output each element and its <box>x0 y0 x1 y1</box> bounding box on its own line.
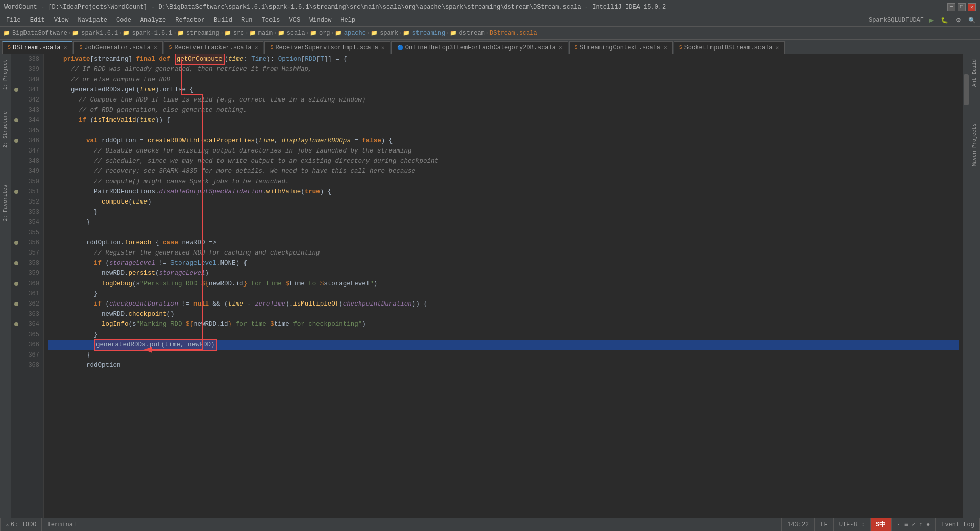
terminal-label: Terminal <box>47 521 77 528</box>
event-log[interactable]: Event Log <box>936 518 980 531</box>
menu-navigate[interactable]: Navigate <box>74 16 111 25</box>
maven-label[interactable]: Maven Projects <box>971 120 978 169</box>
code-line-364: logInfo(s"Marking RDD ${newRDD.id} for t… <box>48 319 959 330</box>
tab-dstream[interactable]: S DStream.scala ✕ <box>2 41 72 54</box>
tab-close-jobgenerator[interactable]: ✕ <box>154 44 157 51</box>
code-line-354: } <box>48 217 959 227</box>
scrollbar-thumb[interactable] <box>964 74 969 105</box>
menu-run[interactable]: Run <box>237 16 257 25</box>
window-controls: ─ □ ✕ <box>947 3 976 11</box>
breadcrumb-item-spark[interactable]: 📁 spark <box>371 30 398 37</box>
code-line-338: private[streaming] final def getOrComput… <box>48 54 959 64</box>
menu-build[interactable]: Build <box>210 16 236 25</box>
terminal-status[interactable]: Terminal <box>42 518 82 531</box>
folder-icon: 📁 <box>249 30 256 36</box>
breadcrumb-item-src[interactable]: 📁 src <box>224 30 244 37</box>
debug-button[interactable]: 🐛 <box>939 16 950 24</box>
tab-label-jobgenerator: JobGenerator.scala <box>84 44 151 52</box>
ant-build-label[interactable]: Ant Build <box>971 56 978 90</box>
code-line-368: rddOption <box>48 360 959 370</box>
code-line-367: } <box>48 350 959 360</box>
tab-close-dstream[interactable]: ✕ <box>64 44 67 51</box>
tab-close-receivertracker[interactable]: ✕ <box>255 44 258 51</box>
scrollbar-track[interactable] <box>963 54 969 518</box>
cursor-position: 143:22 <box>781 518 815 531</box>
code-line-363: newRDD.checkpoint() <box>48 309 959 319</box>
code-editor: 338 339 340 341 342 343 344 345 346 347 … <box>11 54 980 518</box>
folder-icon: 📁 <box>450 30 457 36</box>
breadcrumb-bar: 📁 BigDataSoftware › 📁 spark1.6.1 › 📁 spa… <box>0 27 980 40</box>
todo-label: 6: TODO <box>11 521 36 528</box>
structure-label[interactable]: 2: Structure <box>2 108 9 151</box>
tab-close-receiversupervisor[interactable]: ✕ <box>381 44 385 51</box>
favorites-label[interactable]: 2: Favorites <box>2 182 9 224</box>
breadcrumb-item-spark161[interactable]: 📁 spark1.6.1 <box>72 30 118 37</box>
folder-icon: 📁 <box>177 30 184 36</box>
event-log-text: Event Log <box>941 521 974 528</box>
todo-status[interactable]: ⚠ 6: TODO <box>0 518 42 531</box>
encoding-text: UTF-8 : <box>839 521 865 528</box>
code-content[interactable]: private[streaming] final def getOrComput… <box>44 54 963 518</box>
project-sidebar: 1: Project 2: Structure 2: Favorites <box>0 54 11 518</box>
settings-button[interactable]: ⚙ <box>953 16 963 24</box>
todo-icon: ⚠ <box>6 522 9 528</box>
breadcrumb-item-streaming2[interactable]: 📁 streaming <box>403 30 445 37</box>
menu-vcs[interactable]: VCS <box>285 16 305 25</box>
folder-icon: 📁 <box>122 30 130 36</box>
breadcrumb-item-main[interactable]: 📁 main <box>249 30 273 37</box>
search-everywhere-button[interactable]: 🔍 <box>966 16 978 24</box>
breadcrumb-item-dstream[interactable]: 📁 dstream <box>450 30 484 37</box>
menu-view[interactable]: View <box>50 16 73 25</box>
breadcrumb-item-spark-161[interactable]: 📁 spark-1.6.1 <box>122 30 172 37</box>
line-numbers: 338 339 340 341 342 343 344 345 346 347 … <box>21 54 44 518</box>
breadcrumb-item-dstream-scala[interactable]: DStream.scala <box>489 30 537 37</box>
tab-socketinput[interactable]: S SocketInputDStream.scala ✕ <box>674 41 785 54</box>
ime-text: S中 <box>876 520 886 529</box>
code-line-358: if (storageLevel != StorageLevel.NONE) { <box>48 258 959 268</box>
menu-refactor[interactable]: Refactor <box>171 16 209 25</box>
close-button[interactable]: ✕ <box>968 3 976 11</box>
menu-edit[interactable]: Edit <box>26 16 49 25</box>
breadcrumb-item-streaming[interactable]: 📁 streaming <box>177 30 219 37</box>
menu-help[interactable]: Help <box>336 16 359 25</box>
scala-icon: 🔵 <box>397 45 403 51</box>
code-line-365: } <box>48 330 959 340</box>
cursor-pos-text: 143:22 <box>787 521 809 528</box>
breadcrumb-item-org[interactable]: 📁 org <box>310 30 330 37</box>
ime-status[interactable]: S中 <box>870 518 891 531</box>
tab-streamingcontext[interactable]: S StreamingContext.scala ✕ <box>569 41 673 54</box>
run-button[interactable]: ▶ <box>927 16 936 24</box>
tab-close-socketinput[interactable]: ✕ <box>775 44 779 51</box>
tab-onlinetop3[interactable]: 🔵 OnlineTheTop3ItemForEachCategory2DB.sc… <box>391 41 568 54</box>
tab-close-onlinetop3[interactable]: ✕ <box>559 44 562 51</box>
code-line-355 <box>48 227 959 238</box>
tray-icons: · ≡ ✓ ↑ ♦ <box>897 521 930 528</box>
breadcrumb-item-bigdata[interactable]: 📁 BigDataSoftware <box>3 30 67 37</box>
breadcrumb-item-scala[interactable]: 📁 scala <box>278 30 305 37</box>
folder-icon: 📁 <box>403 30 410 36</box>
minimize-button[interactable]: ─ <box>947 3 955 11</box>
code-line-345 <box>48 125 959 136</box>
breadcrumb-item-apache[interactable]: 📁 apache <box>335 30 366 37</box>
menu-tools[interactable]: Tools <box>258 16 284 25</box>
menu-analyze[interactable]: Analyze <box>136 16 170 25</box>
tab-close-streamingcontext[interactable]: ✕ <box>664 44 667 51</box>
code-line-366: generatedRDDs.put(time, newRDD) <box>48 340 959 350</box>
scala-icon: S <box>679 45 682 50</box>
code-line-357: // Register the generated RDD for cachin… <box>48 248 959 258</box>
menu-file[interactable]: File <box>2 16 25 25</box>
menu-code[interactable]: Code <box>112 16 135 25</box>
code-line-344: if (isTimeValid(time)) { <box>48 115 959 125</box>
code-line-350: // compute() might cause Spark jobs to b… <box>48 176 959 187</box>
tab-label-receivertracker: ReceiverTracker.scala <box>175 44 252 52</box>
tab-receivertracker[interactable]: S ReceiverTracker.scala ✕ <box>164 41 264 54</box>
tab-jobgenerator[interactable]: S JobGenerator.scala ✕ <box>74 41 162 54</box>
encoding[interactable]: UTF-8 : <box>834 518 870 531</box>
left-panel: 1: Project 2: Structure 2: Favorites <box>0 54 11 518</box>
folder-icon: 📁 <box>3 30 10 36</box>
tab-receiversupervisor[interactable]: S ReceiverSupervisorImpl.scala ✕ <box>264 41 390 54</box>
menu-window[interactable]: Window <box>305 16 335 25</box>
code-line-359: newRDD.persist(storageLevel) <box>48 268 959 279</box>
project-label[interactable]: 1: Project <box>2 56 9 93</box>
maximize-button[interactable]: □ <box>958 3 966 11</box>
